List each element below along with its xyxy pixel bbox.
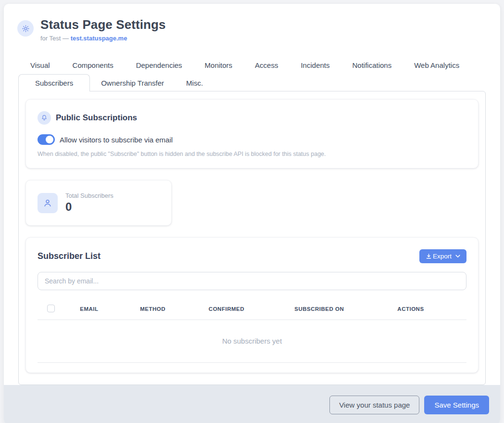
tab-incidents[interactable]: Incidents (301, 61, 329, 69)
subscribers-table: EMAIL METHOD CONFIRMED SUBSCRIBED ON ACT… (38, 300, 466, 363)
column-subscribed-on: SUBSCRIBED ON (290, 300, 393, 320)
tab-subscribers[interactable]: Subscribers (18, 74, 90, 91)
tab-web-analytics[interactable]: Web Analytics (414, 61, 459, 69)
tab-notifications[interactable]: Notifications (353, 61, 392, 69)
gear-icon (17, 20, 34, 37)
tab-ownership-transfer[interactable]: Ownership Transfer (90, 74, 175, 91)
view-status-page-button[interactable]: View your status page (329, 396, 419, 414)
page-header: Status Page Settings for Test — test.sta… (4, 4, 500, 42)
select-all-cell (38, 300, 76, 320)
page-footer: View your status page Save Settings (4, 385, 500, 423)
page-title: Status Page Settings (40, 17, 166, 32)
save-settings-button[interactable]: Save Settings (424, 396, 489, 414)
subscriber-list-card: Subscriber List Export (25, 237, 479, 373)
table-header-row: EMAIL METHOD CONFIRMED SUBSCRIBED ON ACT… (38, 300, 466, 320)
column-actions: ACTIONS (393, 300, 466, 320)
total-subscribers-text: Total Subscribers 0 (65, 192, 113, 214)
tab-misc[interactable]: Misc. (175, 74, 214, 91)
subtitle-prefix: for Test — (40, 35, 71, 42)
search-input[interactable] (38, 272, 466, 290)
subscribe-toggle-label: Allow visitors to subscribe via email (60, 136, 173, 144)
export-button-label: Export (433, 253, 452, 260)
subscribe-toggle-row: Allow visitors to subscribe via email (38, 134, 466, 145)
subscribers-tab-panel: Public Subscriptions Allow visitors to s… (18, 91, 486, 385)
bell-icon (38, 111, 51, 125)
toggle-knob (46, 136, 53, 143)
status-page-settings-window: Status Page Settings for Test — test.sta… (4, 4, 500, 423)
chevron-down-icon (455, 255, 460, 258)
empty-state-row: No subscribers yet (38, 320, 466, 363)
subscriber-list-title: Subscriber List (38, 251, 101, 261)
tab-monitors[interactable]: Monitors (205, 61, 233, 69)
export-button[interactable]: Export (419, 249, 466, 263)
tabs-row-primary: Visual Components Dependencies Monitors … (18, 61, 486, 69)
allow-subscribe-toggle[interactable] (38, 134, 55, 145)
column-confirmed: CONFIRMED (205, 300, 290, 320)
tab-visual[interactable]: Visual (30, 61, 50, 69)
total-subscribers-card: Total Subscribers 0 (25, 180, 172, 226)
total-subscribers-label: Total Subscribers (65, 192, 113, 199)
page-subtitle: for Test — test.statuspage.me (40, 35, 166, 42)
public-subscriptions-header: Public Subscriptions (38, 111, 466, 125)
column-method: METHOD (136, 300, 205, 320)
person-icon (38, 193, 58, 213)
page-header-text: Status Page Settings for Test — test.sta… (40, 17, 166, 42)
status-page-link[interactable]: test.statuspage.me (71, 35, 127, 42)
public-subscriptions-title: Public Subscriptions (56, 113, 137, 123)
download-icon (426, 253, 432, 259)
total-subscribers-value: 0 (65, 200, 113, 214)
subscribe-help-text: When disabled, the public "Subscribe" bu… (38, 151, 466, 157)
empty-state-text: No subscribers yet (38, 320, 466, 363)
tab-access[interactable]: Access (255, 61, 278, 69)
select-all-checkbox[interactable] (47, 305, 55, 312)
tabs-row-secondary: Subscribers Ownership Transfer Misc. (18, 74, 486, 91)
subscriber-list-header: Subscriber List Export (38, 249, 466, 263)
tab-dependencies[interactable]: Dependencies (136, 61, 182, 69)
column-email: EMAIL (76, 300, 136, 320)
public-subscriptions-card: Public Subscriptions Allow visitors to s… (25, 99, 479, 168)
tab-components[interactable]: Components (73, 61, 113, 69)
